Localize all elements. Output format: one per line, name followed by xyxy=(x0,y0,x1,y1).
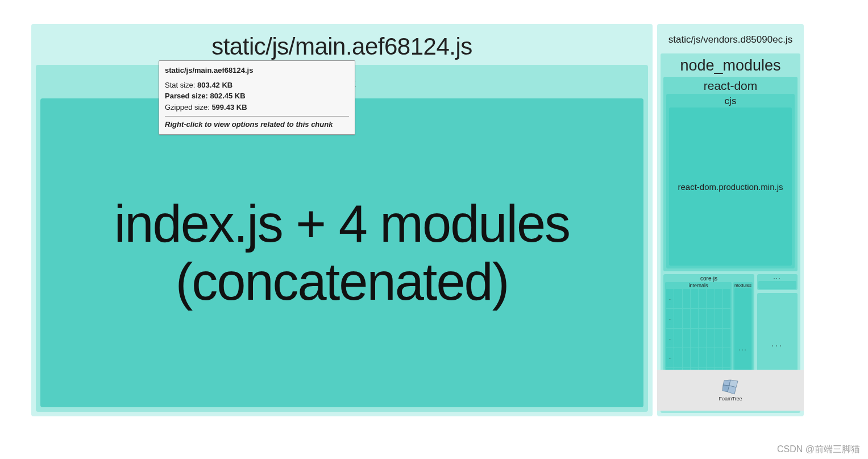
tooltip-hint: Right-click to view options related to t… xyxy=(165,116,349,130)
node-label-node-modules: node_modules xyxy=(661,53,800,77)
node-label-concatenated: index.js + 4 modules (concatenated) xyxy=(40,195,643,310)
svg-marker-3 xyxy=(728,386,736,394)
chunk-tooltip: static/js/main.aef68124.js Stat size: 80… xyxy=(159,60,355,135)
tooltip-title: static/js/main.aef68124.js xyxy=(165,65,349,76)
node-label-modules: modules xyxy=(734,282,751,288)
node-label-core-js: core-js xyxy=(663,274,754,282)
treemap-node-react-dom-production[interactable]: react-dom.production.min.js xyxy=(669,107,792,266)
foamtree-logo[interactable]: FoamTree xyxy=(657,370,804,411)
node-label-internals: internals xyxy=(665,282,732,289)
treemap-chunk-vendors[interactable]: static/js/vendors.d85090ec.js node_modul… xyxy=(657,24,804,416)
chunk-title-vendors: static/js/vendors.d85090ec.js xyxy=(657,24,804,53)
tooltip-gzipped-size: Gzipped size: 599.43 KB xyxy=(165,102,349,113)
watermark: CSDN @前端三脚猫 xyxy=(777,444,860,456)
node-label-react-dom: react-dom xyxy=(663,77,798,94)
treemap-node-small-a[interactable]: ... xyxy=(757,274,798,290)
foamtree-icon xyxy=(722,379,739,395)
node-label-react-dom-production: react-dom.production.min.js xyxy=(678,182,783,192)
tooltip-parsed-size: Parsed size: 802.45 KB xyxy=(165,90,349,102)
treemap-ellipsis: ... xyxy=(774,274,782,280)
treemap-node-react-dom[interactable]: react-dom cjs react-dom.production.min.j… xyxy=(663,77,798,271)
chunk-title-main: static/js/main.aef68124.js xyxy=(31,24,653,65)
treemap-node-cjs[interactable]: cjs react-dom.production.min.js xyxy=(666,94,795,268)
node-label-cjs: cjs xyxy=(666,94,795,107)
tooltip-stat-size: Stat size: 803.42 KB xyxy=(165,80,349,91)
treemap-ellipsis: ... xyxy=(771,339,783,348)
treemap-node-node-modules[interactable]: node_modules react-dom cjs react-dom.pro… xyxy=(661,53,800,413)
foamtree-label: FoamTree xyxy=(719,396,742,402)
treemap-node-concatenated[interactable]: index.js + 4 modules (concatenated) xyxy=(40,98,643,407)
